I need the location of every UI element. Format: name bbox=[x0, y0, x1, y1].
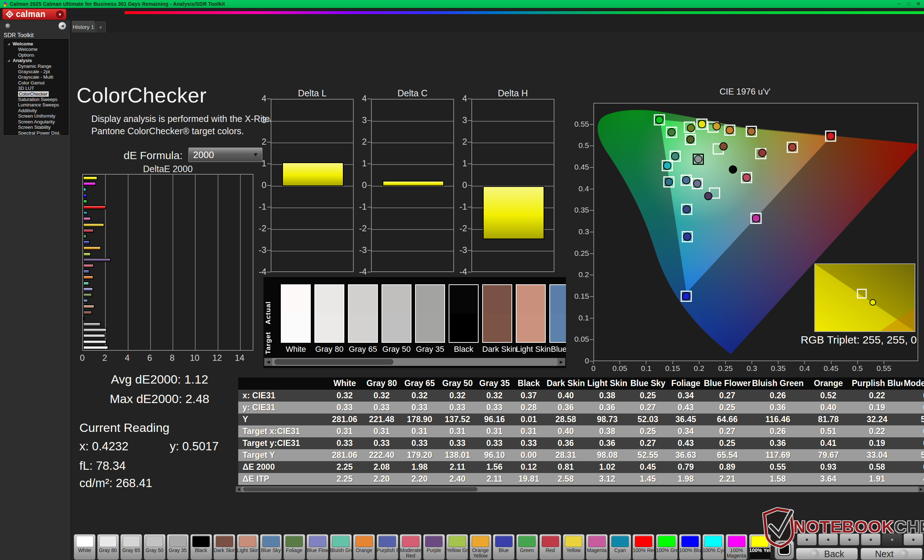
patch-color-swatch bbox=[542, 536, 559, 547]
sidebar-item-analysis[interactable]: ◢Analysis bbox=[4, 58, 68, 63]
patch-button-orange[interactable]: Orange bbox=[353, 534, 375, 560]
close-button[interactable]: ✕ bbox=[916, 0, 920, 8]
tree-expander-icon[interactable]: ◢ bbox=[8, 58, 10, 63]
minimize-button[interactable]: − bbox=[898, 0, 901, 8]
stop-measure-button[interactable] bbox=[774, 540, 794, 560]
tree-expander-icon[interactable]: ◢ bbox=[8, 41, 10, 46]
meter-toolbar-button[interactable]: ● bbox=[861, 533, 880, 545]
patch-button-yellow-green[interactable]: Yellow Green bbox=[446, 534, 468, 560]
patch-button-magenta[interactable]: Magenta bbox=[586, 534, 608, 560]
table-column-header: Black bbox=[513, 377, 545, 390]
swatch-scrollbar[interactable]: ◀▶ bbox=[264, 358, 565, 366]
table-cell: 0.40 bbox=[545, 390, 586, 401]
delta-ytick-mark bbox=[468, 207, 471, 208]
cie-xtick-label: 0.55 bbox=[873, 364, 895, 373]
maximize-button[interactable]: □ bbox=[907, 0, 910, 8]
patch-button-100-cyan[interactable]: 100% Cyan bbox=[702, 534, 724, 560]
table-scrollbar-thumb[interactable] bbox=[243, 487, 477, 491]
scroll-right-icon[interactable]: ▶ bbox=[557, 358, 565, 366]
meter-toolbar-button[interactable]: ● bbox=[797, 533, 817, 545]
patch-button-red[interactable]: Red bbox=[539, 534, 561, 560]
sidebar-item-dynamic-range[interactable]: Dynamic Range bbox=[4, 63, 68, 69]
patch-button-orange-yellow[interactable]: Orange Yellow bbox=[470, 534, 492, 560]
delta-ytick-mark bbox=[368, 272, 371, 273]
tab-add[interactable]: + bbox=[96, 22, 106, 33]
patch-button-100-green[interactable]: 100% Green bbox=[656, 534, 678, 560]
table-row: Target Y281.06222.40179.20138.0196.100.0… bbox=[238, 449, 924, 461]
delta-ytick-label: 1 bbox=[248, 159, 266, 169]
patch-button-bluish-green[interactable]: Bluish Green bbox=[330, 534, 352, 560]
sidebar-item-screen-stability[interactable]: Screen Stability bbox=[4, 124, 68, 130]
patch-button-100-blue[interactable]: 100% Blue bbox=[679, 534, 701, 560]
sidebar-item-colorchecker[interactable]: ColorChecker bbox=[4, 91, 68, 97]
patch-button-cyan[interactable]: Cyan bbox=[609, 534, 631, 560]
sidebar-item-screen-uniformity[interactable]: Screen Uniformity bbox=[4, 113, 68, 119]
cie-ytick-label: 0.2 bbox=[567, 270, 589, 279]
patch-button-gray-80[interactable]: Gray 80 bbox=[97, 534, 119, 560]
patch-button-blue-flower[interactable]: Blue Flower bbox=[306, 534, 328, 560]
sidebar-item-screen-angularity[interactable]: Screen Angularity bbox=[4, 119, 68, 124]
patch-button-100-yellow[interactable]: 100% Yellow bbox=[749, 534, 771, 560]
sidebar-item-spectral-power-dist-[interactable]: Spectral Power Dist. bbox=[4, 130, 68, 135]
sidebar-item-additivity[interactable]: Additivity bbox=[4, 108, 68, 113]
patch-label: 100% Cyan bbox=[703, 548, 724, 559]
delta-ytick-mark bbox=[468, 142, 471, 142]
patch-button-blue[interactable]: Blue bbox=[493, 534, 515, 560]
sidebar-collapse-button[interactable]: ◀ bbox=[58, 22, 66, 30]
patch-button-100-red[interactable]: 100% Red bbox=[632, 534, 654, 560]
patch-button-blue-sky[interactable]: Blue Sky bbox=[260, 534, 282, 560]
deltae-gridline bbox=[240, 175, 241, 350]
scroll-right-icon[interactable]: ▶ bbox=[918, 487, 924, 492]
patch-button-black[interactable]: Black bbox=[190, 534, 212, 560]
swatch-scrollbar-thumb[interactable] bbox=[274, 359, 393, 365]
sidebar-item-grayscale-multi[interactable]: Grayscale - Multi bbox=[4, 74, 68, 80]
meter-toolbar-button[interactable]: ● bbox=[882, 533, 902, 545]
swatch-name: Blue Sky bbox=[549, 344, 566, 354]
cie-measured-point bbox=[705, 192, 712, 200]
patch-button-dark-skin[interactable]: Dark Skin bbox=[213, 534, 236, 560]
patch-button-100-magenta[interactable]: 100% Magenta bbox=[726, 534, 747, 560]
sidebar-item-grayscale-2pt[interactable]: Grayscale - 2pt bbox=[4, 69, 68, 74]
table-cell: 2.11 bbox=[476, 473, 513, 485]
deltae-bar-black bbox=[83, 316, 84, 320]
table-cell: 2.25 bbox=[327, 461, 363, 473]
patch-button-light-skin[interactable]: Light Skin bbox=[237, 534, 259, 560]
tab-history-1[interactable]: History 1 bbox=[72, 21, 95, 33]
patch-button-gray-50[interactable]: Gray 50 bbox=[144, 534, 166, 560]
table-scrollbar[interactable]: ◀ ▶ bbox=[236, 487, 924, 492]
scroll-left-icon[interactable]: ◀ bbox=[236, 487, 242, 492]
meter-toolbar-button[interactable]: ● bbox=[903, 533, 923, 545]
delta-gridline bbox=[472, 164, 554, 165]
calman-menu-button[interactable]: calman ▼ bbox=[2, 9, 66, 20]
sidebar-item-color-gamut[interactable]: Color Gamut bbox=[4, 80, 68, 85]
sidebar-radio-button[interactable] bbox=[5, 23, 10, 28]
patch-button-foliage[interactable]: Foliage bbox=[284, 534, 305, 560]
sidebar-item-options[interactable]: Options bbox=[4, 52, 68, 58]
patch-button-yellow[interactable]: Yellow bbox=[563, 534, 585, 560]
meter-toolbar-button[interactable]: ● bbox=[840, 533, 860, 545]
back-button[interactable]: « Back bbox=[796, 548, 858, 560]
table-cell: 221.48 bbox=[363, 413, 400, 425]
delta-chart-title: Delta H bbox=[460, 88, 565, 99]
sidebar-item-welcome[interactable]: Welcome bbox=[4, 46, 68, 52]
patch-button-gray-65[interactable]: Gray 65 bbox=[120, 534, 142, 560]
cie-measured-point bbox=[693, 180, 701, 187]
deltae-gridline bbox=[195, 175, 196, 350]
patch-button-white[interactable]: White bbox=[74, 534, 96, 560]
next-button[interactable]: Next » bbox=[861, 548, 922, 560]
patch-button-purplish-blue[interactable]: Purplish Blue bbox=[376, 534, 399, 560]
sidebar-item-3d-lut[interactable]: 3D LUT bbox=[4, 85, 68, 91]
sidebar-item-luminance-sweeps[interactable]: Luminance Sweeps bbox=[4, 102, 68, 108]
patch-button-gray-35[interactable]: Gray 35 bbox=[167, 534, 189, 560]
swatch-actual bbox=[382, 285, 411, 314]
cie-ytick-mark bbox=[590, 232, 593, 232]
patch-button-green[interactable]: Green bbox=[516, 534, 538, 560]
meter-toolbar-button[interactable]: ● bbox=[818, 533, 838, 545]
cie-xtick-label: 0 bbox=[582, 364, 604, 373]
sidebar-item-saturation-sweeps[interactable]: Saturation Sweeps bbox=[4, 97, 68, 102]
sidebar-item-welcome[interactable]: ◢Welcome bbox=[4, 41, 68, 46]
patch-color-swatch bbox=[658, 536, 675, 547]
scroll-left-icon[interactable]: ◀ bbox=[264, 358, 272, 366]
patch-button-moderate-red[interactable]: Moderate Red bbox=[399, 534, 422, 560]
patch-button-purple[interactable]: Purple bbox=[423, 534, 445, 560]
